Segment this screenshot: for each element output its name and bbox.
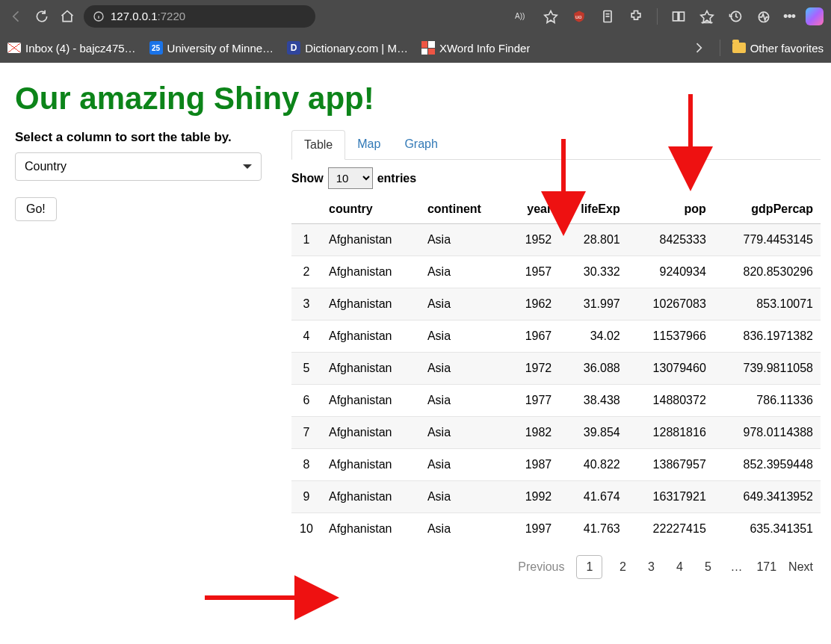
- read-aloud-icon[interactable]: A)): [513, 7, 531, 25]
- table-row: 1AfghanistanAsia195228.8018425333779.445…: [291, 224, 821, 256]
- favorites-icon[interactable]: [698, 7, 716, 25]
- cell: 13867957: [628, 449, 714, 481]
- bookmark-item[interactable]: Inbox (4) - bajcz475…: [7, 41, 136, 55]
- address-port: :7220: [158, 10, 186, 22]
- calendar-icon: 25: [149, 41, 163, 55]
- cell: 853.10071: [714, 288, 821, 321]
- annotation-arrow: [205, 587, 332, 613]
- cell: 10: [291, 513, 321, 545]
- cell: 1982: [507, 417, 559, 449]
- table-row: 7AfghanistanAsia198239.85412881816978.01…: [291, 417, 821, 449]
- cell: 11537966: [628, 321, 714, 353]
- cell: 31.997: [559, 288, 627, 321]
- cell: 8: [291, 449, 321, 481]
- tab-graph[interactable]: Graph: [392, 130, 449, 159]
- col-pop[interactable]: pop: [628, 195, 714, 224]
- cell: 1952: [507, 224, 559, 256]
- info-icon: [93, 10, 105, 22]
- more-icon[interactable]: •••: [783, 9, 795, 25]
- cell: Afghanistan: [321, 385, 420, 417]
- address-bar[interactable]: 127.0.0.1:7220: [84, 5, 315, 28]
- data-table: countrycontinentyearlifeExppopgdpPercap …: [291, 195, 821, 545]
- cell: 1977: [507, 385, 559, 417]
- cell: 6: [291, 385, 321, 417]
- pager-page[interactable]: 4: [671, 560, 688, 574]
- col-lifeExp[interactable]: lifeExp: [559, 195, 627, 224]
- sidebar: Select a column to sort the table by. Co…: [15, 130, 277, 221]
- cell: 836.1971382: [714, 321, 821, 353]
- bookmark-label: Inbox (4) - bajcz475…: [25, 42, 136, 55]
- col-gdpPercap[interactable]: gdpPercap: [714, 195, 821, 224]
- cell: Afghanistan: [321, 449, 420, 481]
- copilot-icon[interactable]: [806, 7, 824, 25]
- svg-text:A)): A)): [515, 12, 525, 20]
- cell: 8425333: [628, 224, 714, 256]
- cell: Afghanistan: [321, 353, 420, 385]
- tab-table[interactable]: Table: [291, 130, 345, 160]
- go-button[interactable]: Go!: [15, 197, 57, 221]
- cell: 9: [291, 481, 321, 513]
- cell: 9240934: [628, 256, 714, 288]
- cell: 779.4453145: [714, 224, 821, 256]
- cell: 7: [291, 417, 321, 449]
- bookmark-item[interactable]: DDictionary.com | M…: [287, 41, 408, 55]
- history-icon[interactable]: [726, 7, 744, 25]
- extensions-icon[interactable]: [627, 7, 645, 25]
- cell: Afghanistan: [321, 417, 420, 449]
- entries-select[interactable]: 102550100: [328, 167, 373, 189]
- pager-page[interactable]: 5: [699, 560, 716, 574]
- refresh-icon[interactable]: [33, 7, 51, 25]
- tab-map[interactable]: Map: [345, 130, 392, 159]
- cell: Asia: [420, 481, 507, 513]
- page-icon[interactable]: [599, 7, 617, 25]
- folder-icon: [732, 43, 746, 53]
- pager-page[interactable]: 2: [614, 560, 631, 574]
- dictionary-icon: D: [287, 41, 300, 55]
- other-favorites[interactable]: Other favorites: [732, 42, 824, 55]
- table-row: 3AfghanistanAsia196231.99710267083853.10…: [291, 288, 821, 321]
- sort-column-select[interactable]: Country: [15, 152, 262, 181]
- pager: Previous12345…171Next: [291, 545, 821, 579]
- back-icon[interactable]: [7, 7, 25, 25]
- cell: Asia: [420, 353, 507, 385]
- bookmark-item[interactable]: 25University of Minne…: [149, 41, 274, 55]
- cell: 1997: [507, 513, 559, 545]
- pager-page[interactable]: 3: [643, 560, 659, 574]
- pager-next[interactable]: Next: [788, 560, 813, 574]
- home-icon[interactable]: [58, 7, 76, 25]
- col-country[interactable]: country: [321, 195, 420, 224]
- cell: 34.02: [559, 321, 627, 353]
- overflow-icon[interactable]: [690, 39, 708, 57]
- col-index[interactable]: [291, 195, 321, 224]
- cell: 739.9811058: [714, 353, 821, 385]
- cell: Asia: [420, 256, 507, 288]
- tabset: TableMapGraph: [291, 130, 821, 160]
- pager-page[interactable]: 1: [576, 555, 602, 579]
- cell: 39.854: [559, 417, 627, 449]
- cell: 1972: [507, 353, 559, 385]
- other-favorites-label: Other favorites: [750, 42, 824, 55]
- cell: 786.11336: [714, 385, 821, 417]
- performance-icon[interactable]: [755, 7, 773, 25]
- bookmark-item[interactable]: XWord Info Finder: [421, 41, 530, 55]
- cell: 30.332: [559, 256, 627, 288]
- pager-page[interactable]: 171: [756, 560, 776, 574]
- col-year[interactable]: year: [507, 195, 559, 224]
- bookmark-label: University of Minne…: [167, 42, 274, 55]
- chevron-down-icon: [243, 164, 252, 169]
- star-icon[interactable]: [542, 7, 560, 25]
- adblock-icon[interactable]: uo: [570, 7, 588, 25]
- col-continent[interactable]: continent: [420, 195, 507, 224]
- pager-prev[interactable]: Previous: [518, 560, 564, 574]
- cell: 852.3959448: [714, 449, 821, 481]
- cell: 41.674: [559, 481, 627, 513]
- svg-marker-4: [545, 11, 557, 23]
- cell: 22227415: [628, 513, 714, 545]
- split-screen-icon[interactable]: [670, 7, 688, 25]
- xword-icon: [421, 41, 435, 55]
- show-suffix: entries: [377, 172, 416, 185]
- table-row: 5AfghanistanAsia197236.08813079460739.98…: [291, 353, 821, 385]
- cell: 649.3413952: [714, 481, 821, 513]
- pager-page: …: [728, 560, 744, 574]
- cell: 1962: [507, 288, 559, 321]
